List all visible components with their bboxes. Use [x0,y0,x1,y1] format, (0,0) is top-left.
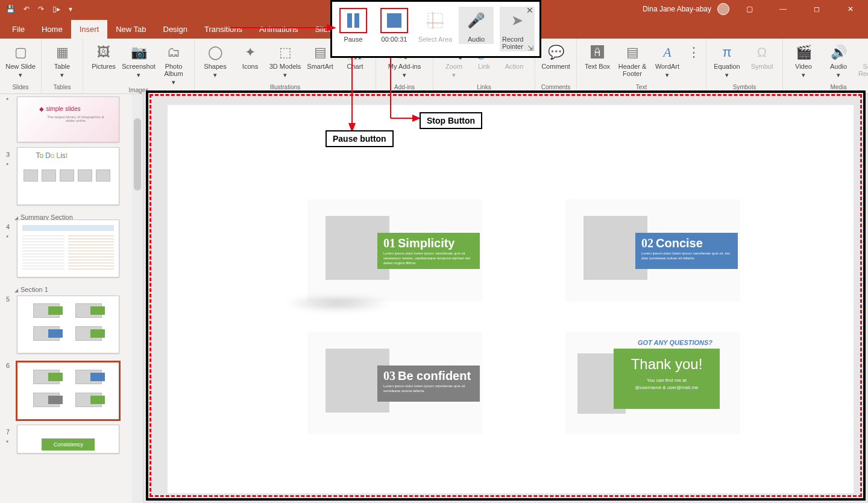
more-icon: ⋮ [685,43,703,62]
user-area: Dina Jane Abay-abay ▢ — ◻ ✕ [643,3,868,15]
svg-rect-2 [387,13,401,28]
3d-models-button[interactable]: ⬚3D Models▾ [268,41,302,83]
arrow-stop-right [386,58,422,124]
new-slide-icon: ▢ [11,43,30,62]
thumbnail-slide-6[interactable]: 6 [6,362,137,422]
equation-icon: π [718,43,736,62]
close-recording-toolbar-button[interactable]: ✕ [526,5,533,15]
card-simplicity[interactable]: 01SimplicityLorem ipsum dolor lorem ipsu… [307,199,482,302]
wordart-icon: A [658,43,676,62]
equation-button[interactable]: πEquation▾ [710,41,744,83]
header-footer-button[interactable]: ▤Header & Footer [615,41,649,83]
maximize-button[interactable]: ◻ [803,5,831,13]
select-area-button: Select Area [418,7,453,43]
current-slide[interactable]: 01SimplicityLorem ipsum dolor lorem ipsu… [168,105,854,493]
screenshot-button[interactable]: 📷Screenshot▾ [122,41,156,86]
microphone-icon: 🎤 [462,8,490,33]
arrow-to-toolbar [230,22,339,34]
chevron-down-icon: ▾ [283,71,287,79]
save-icon[interactable]: 💾 [6,5,15,13]
thumbnail-slide-4[interactable]: 4* [6,223,137,280]
avatar[interactable] [717,3,729,15]
svg-marker-7 [327,24,336,31]
group-slides: ▢New Slide▾ Slides [0,39,42,93]
qat-more-icon[interactable]: ▾ [69,5,72,13]
tab-newtab[interactable]: New Tab [107,20,154,39]
comment-button[interactable]: 💬Comment [539,41,573,83]
chevron-down-icon: ▾ [60,71,64,79]
thumbnail-slide-3[interactable]: 3* To Do List [6,151,137,207]
photo-album-icon: 🗂 [165,43,183,62]
text-more-button[interactable]: ⋮ [685,41,702,83]
symbol-button: ΩSymbol [745,41,779,83]
tab-design[interactable]: Design [155,20,196,39]
group-images: 🖼Pictures 📷Screenshot▾ 🗂Photo Album▾ Ima… [83,39,195,93]
shapes-button[interactable]: ◯Shapes▾ [198,41,232,83]
tab-insert[interactable]: Insert [71,20,108,39]
quick-access-toolbar: 💾 ↶ ↷ ▯▸ ▾ [0,5,78,13]
section-1[interactable]: Section 1 [14,286,137,293]
stop-recording-button[interactable]: 00:00:31 [377,7,412,43]
textbox-icon: 🅰 [588,43,606,62]
screen-recording-icon: ⏺ [864,43,868,62]
audio-button[interactable]: 🔊Audio▾ [822,41,855,83]
pause-recording-button[interactable]: Pause [336,7,371,43]
tab-file[interactable]: File [4,20,33,39]
callout-pause-label: Pause button [326,130,394,147]
svg-rect-1 [354,13,359,28]
table-button[interactable]: ▦Table▾ [45,41,79,83]
svg-rect-3 [428,13,442,28]
symbol-icon: Ω [753,43,771,62]
svg-rect-0 [347,13,352,28]
pause-icon [339,8,367,33]
undo-icon[interactable]: ↶ [24,5,30,13]
start-from-beginning-icon[interactable]: ▯▸ [52,5,60,13]
ribbon-display-icon[interactable]: ▢ [735,5,763,13]
table-icon: ▦ [53,43,71,62]
slide-stage: 01SimplicityLorem ipsum dolor lorem ipsu… [143,94,868,503]
group-tables: ▦Table▾ Tables [42,39,83,93]
audio-icon: 🔊 [829,43,848,62]
pin-toolbar-icon[interactable]: ⇲ [527,44,533,52]
pictures-button[interactable]: 🖼Pictures [87,41,121,86]
panel-scrollbar[interactable] [132,94,143,503]
card-concise[interactable]: 02ConciseLorem ipsum dolor lorem ipsum n… [565,199,740,302]
new-slide-button[interactable]: ▢New Slide▾ [4,41,37,83]
redo-icon[interactable]: ↷ [38,5,44,13]
chevron-down-icon: ▾ [172,78,175,86]
icons-button[interactable]: ✦Icons [233,41,267,83]
group-media: 🎬Video▾ 🔊Audio▾ ⏺Screen Recording Media [783,39,868,93]
chevron-down-icon: ▾ [19,71,22,79]
text-box-button[interactable]: 🅰Text Box [580,41,614,83]
screen-recording-toolbar: Pause 00:00:31 Select Area 🎤 Audio ➤ Rec… [330,0,541,58]
chevron-down-icon: ▾ [802,71,805,79]
video-button[interactable]: 🎬Video▾ [787,41,820,83]
cube-icon: ⬚ [276,43,294,62]
group-label: Slides [4,83,37,92]
icons-icon: ✦ [241,43,259,62]
arrow-pause-down [347,58,357,134]
smartart-icon: ▤ [311,43,329,62]
card-thankyou[interactable]: GOT ANY QUESTIONS? Thank you! You can fi… [565,332,740,434]
group-symbols: πEquation▾ ΩSymbol Symbols [706,39,783,93]
chevron-down-icon: ▾ [665,71,669,79]
card-confident[interactable]: 03Be confidentLorem ipsum dolor lorem ip… [307,332,482,434]
shapes-icon: ◯ [206,43,224,62]
record-audio-toggle[interactable]: 🎤 Audio [459,7,494,44]
thumbnail-slide-2[interactable]: * ◆ simple slides The largest library of… [6,96,137,145]
chevron-down-icon: ▾ [213,71,217,79]
minimize-button[interactable]: — [769,5,797,13]
photo-album-button[interactable]: 🗂Photo Album▾ [157,41,190,86]
user-name: Dina Jane Abay-abay [643,5,711,13]
chevron-down-icon: ▾ [837,71,840,79]
comment-icon: 💬 [547,43,565,62]
thumbnail-slide-7[interactable]: 7* Consistency [6,428,137,456]
close-button[interactable]: ✕ [837,5,864,13]
chevron-down-icon: ▾ [452,71,456,79]
wordart-button[interactable]: AWordArt▾ [650,41,684,83]
chevron-down-icon: ▾ [725,71,729,79]
recording-timer: 00:00:31 [382,36,407,43]
thumbnail-slide-5[interactable]: 5 [6,296,137,356]
select-area-icon [421,8,449,33]
tab-home[interactable]: Home [33,20,71,39]
